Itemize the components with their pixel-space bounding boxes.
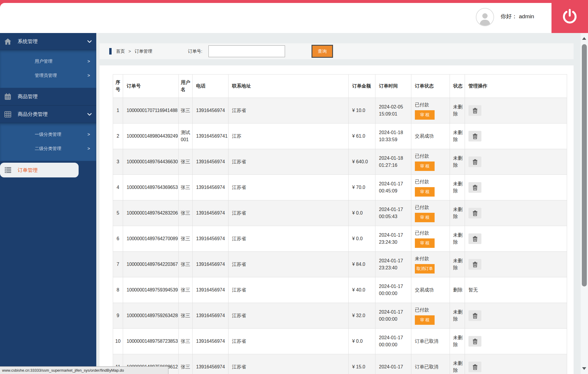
- cell-order-no: 10000001489764283206: [123, 200, 179, 226]
- greeting-text: 你好： admin: [501, 0, 534, 33]
- cell-username: 张三: [179, 303, 193, 329]
- table-row: 11 10000001489758688612 张三 13916456974 江…: [113, 354, 567, 374]
- cell-amount: ¥ 70.0: [349, 175, 375, 200]
- status-action-button[interactable]: 审 核: [415, 315, 435, 325]
- cell-username: 张三: [179, 98, 193, 123]
- vertical-scrollbar[interactable]: [581, 33, 588, 374]
- cell-order-time: 2024-01-17 23:23:40: [375, 252, 411, 277]
- cell-index: 10: [113, 329, 123, 354]
- cell-delete-status: 未删除: [450, 149, 465, 175]
- cell-address: 江苏省: [228, 277, 349, 303]
- cell-username: 测试001: [179, 123, 193, 149]
- home-icon: [4, 38, 11, 45]
- status-action-button[interactable]: 审 核: [415, 162, 435, 171]
- delete-button[interactable]: [468, 156, 481, 167]
- cell-phone: 13916456974: [193, 277, 228, 303]
- cell-phone: 139164569741: [193, 123, 228, 149]
- sidebar-item-products[interactable]: 商品管理: [0, 88, 96, 106]
- cell-manage: [465, 329, 567, 354]
- cell-order-status: 已付款 审 核: [411, 98, 450, 123]
- cell-manage: [465, 200, 567, 226]
- sidebar-item-orders-active[interactable]: 订单管理: [0, 163, 79, 177]
- cell-order-status: 已付款 审 核: [411, 175, 450, 200]
- cell-order-time: 2024-01-17 23:24:30: [375, 226, 411, 252]
- table-header: 序号 订单号 用户名 电话 联系地址 订单金额 订单时间 订单状态 状态 管理操…: [113, 75, 567, 98]
- trash-icon: [473, 313, 478, 319]
- cell-order-time: 2024-01-17 00:05:43: [375, 200, 411, 226]
- status-action-button[interactable]: 审 核: [415, 238, 435, 248]
- order-status-text: 已付款: [415, 230, 448, 237]
- cell-phone: 13916456974: [193, 98, 228, 123]
- power-icon: [562, 9, 578, 24]
- cell-order-no: 10000001489804439249: [123, 123, 179, 149]
- sidebar-item-categories[interactable]: 商品分类管理: [0, 106, 96, 123]
- breadcrumb-home-link[interactable]: 首页: [116, 49, 125, 54]
- table-row: 5 10000001489764283206 张三 13916456974 江苏…: [113, 200, 567, 226]
- scrollbar-down-arrow-icon[interactable]: [582, 367, 586, 370]
- order-status-text: 交易成功: [415, 286, 448, 294]
- trash-icon: [473, 364, 478, 370]
- cell-username: 张三: [179, 200, 193, 226]
- cell-order-no: 10000001489764436630: [123, 149, 179, 175]
- chevron-down-icon: [87, 40, 92, 43]
- cell-order-time: 2024-01-17 00:45:09: [375, 175, 411, 200]
- delete-button[interactable]: [468, 336, 481, 347]
- sidebar-item-system[interactable]: 系统管理: [0, 33, 96, 50]
- status-action-button[interactable]: 取消订单: [415, 264, 435, 274]
- table-row: 1 10000001707116941488 张三 13916456974 江苏…: [113, 98, 567, 123]
- order-list-icon: [4, 167, 11, 173]
- delete-button[interactable]: [468, 208, 481, 218]
- cell-order-time: 2024-01-18 01:27:16: [375, 149, 411, 175]
- status-action-button[interactable]: 审 核: [415, 187, 435, 197]
- cell-order-status: 已付款 审 核: [411, 200, 450, 226]
- cell-username: 张三: [179, 226, 193, 252]
- delete-button[interactable]: [468, 182, 481, 193]
- cell-address: 江苏省: [228, 200, 349, 226]
- cell-order-status: 交易成功: [411, 123, 450, 149]
- trash-icon: [473, 108, 478, 113]
- cell-username: 张三: [179, 149, 193, 175]
- table-row: 4 10000001489764369653 张三 13916456974 江苏…: [113, 175, 567, 200]
- delete-button[interactable]: [468, 105, 481, 116]
- cell-order-time: 2024-01-18 10:33:59: [375, 123, 411, 149]
- sidebar-item-users[interactable]: 用户管理 >: [0, 54, 96, 68]
- cell-amount: ¥ 640.0: [349, 149, 375, 175]
- delete-button[interactable]: [468, 362, 481, 372]
- cell-manage: [465, 123, 567, 149]
- status-action-button[interactable]: 审 核: [415, 110, 435, 120]
- delete-button[interactable]: [468, 233, 481, 244]
- cell-amount: ¥ 40.0: [349, 277, 375, 303]
- scrollbar-up-arrow-icon[interactable]: [582, 37, 586, 40]
- cell-order-status: 已付款 审 核: [411, 226, 450, 252]
- sidebar-item-category-level2[interactable]: 二级分类管理 >: [0, 141, 96, 156]
- user-avatar-icon: [478, 11, 491, 26]
- status-action-button[interactable]: 审 核: [415, 213, 435, 222]
- order-no-input[interactable]: [208, 45, 285, 57]
- search-button[interactable]: 查询: [312, 45, 333, 58]
- sidebar-item-admins[interactable]: 管理员管理 >: [0, 68, 96, 83]
- cell-order-time: 2024-01-17 00:00:00: [375, 329, 411, 354]
- header-bar: [0, 3, 588, 33]
- sidebar-item-category-level1[interactable]: 一级分类管理 >: [0, 127, 96, 141]
- delete-button[interactable]: [468, 131, 481, 141]
- trash-icon: [473, 262, 478, 267]
- cell-amount: ¥ 0.0: [349, 200, 375, 226]
- breadcrumb-marker: [109, 48, 112, 55]
- delete-button[interactable]: [468, 259, 481, 270]
- order-status-text: 未付款: [415, 255, 448, 262]
- logout-button[interactable]: [551, 0, 588, 33]
- sidebar-item-label: 用户管理: [35, 59, 52, 64]
- cell-index: 3: [113, 149, 123, 175]
- order-status-text: 订单已取消: [415, 363, 448, 370]
- chevron-down-icon: [87, 113, 92, 116]
- delete-button[interactable]: [468, 310, 481, 321]
- scrollbar-thumb[interactable]: [582, 44, 587, 286]
- cell-order-time: 2024-02-05 15:09:01: [375, 98, 411, 123]
- table-row: 6 10000001489764270089 张三 13916456974 江苏…: [113, 226, 567, 252]
- arrow-right-icon: >: [87, 54, 90, 68]
- order-status-text: 已付款: [415, 307, 448, 314]
- table-row: 10 10000001489758723853 张三 13916456974 江…: [113, 329, 567, 354]
- cell-order-no: 10000001489764369653: [123, 175, 179, 200]
- cell-index: 1: [113, 98, 123, 123]
- cell-manage: [465, 252, 567, 277]
